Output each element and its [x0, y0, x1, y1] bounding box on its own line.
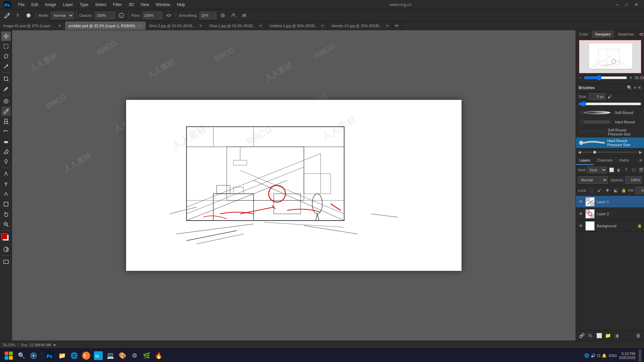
taskbar-chrome[interactable]: 🌐 [69, 350, 79, 361]
history-brush-tool[interactable] [1, 127, 11, 136]
nav-preview[interactable] [579, 40, 641, 73]
pen-tool[interactable] [1, 169, 11, 179]
tab-close[interactable]: ✕ [321, 23, 324, 28]
add-mask-btn[interactable]: ⬜ [595, 332, 603, 339]
taskbar-search[interactable]: 🔍 [16, 350, 27, 361]
fill-tool[interactable] [1, 147, 11, 156]
spot-heal-tool[interactable] [1, 97, 11, 106]
tab-close[interactable]: ✕ [199, 23, 202, 28]
menu-select[interactable]: Select [92, 1, 109, 8]
taskbar-cortana[interactable] [28, 350, 39, 361]
zoom-in-icon[interactable]: ＋ [629, 75, 633, 81]
opacity-airbrush-icon[interactable]: A [117, 11, 126, 20]
menu-type[interactable]: Type [76, 1, 92, 8]
status-expand-btn[interactable]: ▶ [54, 343, 56, 347]
layer-visibility-toggle[interactable]: 👁 [578, 199, 584, 205]
brush-soft-round[interactable]: Soft Round [576, 108, 644, 117]
tab-untitled1[interactable]: Untitled-1.jpg @ 50% (RGB... ✕ [266, 21, 328, 30]
lasso-tool[interactable] [1, 52, 11, 61]
brush-tool-icon[interactable] [3, 11, 11, 20]
tab-heretic[interactable]: Heretic-V2.jpg @ 25% (RGB/... ✕ [328, 21, 393, 30]
settings-icon[interactable] [218, 11, 227, 20]
taskbar-photoshop[interactable]: Ps [45, 350, 55, 361]
taskbar-extra4[interactable]: 🌿 [141, 350, 152, 361]
filter-type-icon[interactable]: T [623, 167, 630, 173]
tab-color[interactable]: Color [576, 30, 592, 38]
brush-size-slider[interactable] [579, 101, 641, 107]
brush-size-down[interactable]: 5 [13, 11, 22, 20]
menu-view[interactable]: View [137, 1, 153, 8]
menu-filter[interactable]: Filter [110, 1, 125, 8]
tab-close[interactable]: ✕ [259, 23, 262, 28]
quick-mask-tool[interactable] [1, 245, 11, 254]
tab-close[interactable]: ✕ [386, 23, 389, 28]
magic-wand-tool[interactable] [1, 62, 11, 71]
tab-shot1[interactable]: Shot-1.jpg @ 33.3% (RGB... ✕ [206, 21, 266, 30]
brush-tool[interactable] [1, 107, 11, 116]
smoothing-input[interactable] [200, 12, 216, 19]
brush-hard-round[interactable]: Hard Round [576, 117, 644, 127]
layer-item-layer2[interactable]: 👁 Layer 2 [576, 208, 644, 220]
taskbar-maya[interactable]: M [93, 350, 104, 361]
zoom-slider[interactable] [584, 75, 627, 80]
collapse-panels-btn[interactable]: ≫ [393, 21, 401, 30]
windows-start-btn[interactable] [3, 350, 15, 362]
show-desktop-btn[interactable] [639, 350, 641, 362]
taskbar-file-explorer[interactable]: 📁 [57, 350, 67, 361]
brush-prev-btn[interactable]: ◀ [578, 150, 581, 155]
dodge-tool[interactable] [1, 157, 11, 166]
notification-icon[interactable]: 🔔 [602, 353, 607, 358]
move-tool[interactable] [1, 32, 11, 41]
layers-menu-icon[interactable]: ≡ [639, 158, 642, 163]
blend-mode-select[interactable]: Normal Multiply Screen Overlay [578, 176, 608, 184]
filter-pixel-icon[interactable]: ⬜ [608, 167, 615, 173]
eraser-tool[interactable] [1, 137, 11, 146]
fill-input[interactable] [635, 187, 644, 194]
pressure-icon[interactable] [229, 11, 238, 20]
lock-artboard-icon[interactable]: ⬕ [612, 187, 619, 194]
paths-tab[interactable]: Paths [616, 156, 632, 165]
tab-navigator[interactable]: Navigator [592, 30, 614, 38]
brushes-search-icon[interactable]: 🔍 [627, 85, 632, 90]
tab-close[interactable]: ✕ [58, 23, 61, 28]
screen-mode-tool[interactable] [1, 257, 11, 266]
canvas-area[interactable]: 人人素材 RRCG 人人素材 RRCG 人人素材 RRCG RRCG 人人素材 … [12, 30, 576, 341]
create-group-btn[interactable]: 📁 [604, 332, 611, 339]
menu-file[interactable]: File [15, 1, 28, 8]
stamp-tool[interactable] [1, 117, 11, 126]
crop-tool[interactable] [1, 74, 11, 83]
layer-item-layer1[interactable]: 👁 Layer 1 [576, 196, 644, 208]
filter-shape-icon[interactable]: ⬡ [630, 167, 637, 173]
language-indicator[interactable]: ENG [609, 354, 617, 358]
menu-help[interactable]: Help [173, 1, 189, 8]
mode-select[interactable]: Normal Multiply Screen [51, 12, 74, 19]
canvas-sketch[interactable]: 人人素材 RRCG 人人素材 [126, 100, 462, 271]
taskbar-blender[interactable]: B [81, 350, 92, 361]
filter-smart-icon[interactable]: 🎬 [638, 167, 644, 173]
foreground-color-swatch[interactable] [1, 233, 7, 239]
brush-hard-round-pressure[interactable]: Hard Round Pressure Size [576, 137, 644, 148]
brushes-menu-icon[interactable]: ≡ [634, 85, 636, 90]
menu-edit[interactable]: Edit [28, 1, 42, 8]
layer-visibility-toggle[interactable]: 👁 [578, 223, 584, 229]
menu-image[interactable]: Image [42, 1, 59, 8]
text-tool[interactable]: T [1, 179, 11, 189]
layer-visibility-toggle[interactable]: 👁 [578, 211, 584, 217]
menu-window[interactable]: Window [153, 1, 174, 8]
tab-scribble[interactable]: scribble.psd @ 33.3% (Layer 1, RGB/8#) ✕ [65, 21, 146, 30]
layer-item-background[interactable]: 👁 Background 🔒 [576, 220, 644, 232]
zoom-tool[interactable] [1, 220, 11, 229]
channels-tab[interactable]: Channels [594, 156, 616, 165]
lock-paint-icon[interactable]: 🖌 [596, 187, 603, 194]
taskbar-extra1[interactable]: 💻 [105, 350, 116, 361]
maximize-btn[interactable]: □ [622, 1, 631, 8]
flow-icon[interactable] [164, 11, 173, 20]
zoom-out-icon[interactable]: － [578, 75, 583, 81]
brush-soft-round-pressure[interactable]: Soft Round Pressure Size [576, 127, 644, 137]
filter-adjustment-icon[interactable]: ◐ [615, 167, 622, 173]
brush-next-btn[interactable]: ▶ [639, 150, 642, 155]
minimize-btn[interactable]: ─ [612, 1, 622, 8]
selection-tool[interactable] [1, 42, 11, 51]
taskbar-extra5[interactable]: 🔥 [153, 350, 164, 361]
filter-select[interactable]: Kind Name Effect [587, 167, 607, 173]
